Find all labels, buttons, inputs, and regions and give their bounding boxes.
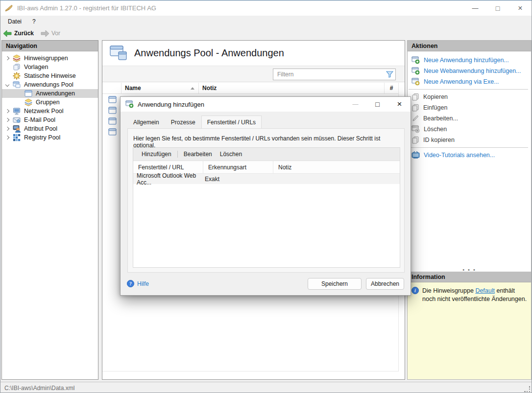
col-notiz[interactable]: Notiz [273, 161, 400, 173]
action-neue-anwendung[interactable]: Neue Anwendung hinzufügen... [408, 55, 531, 66]
help-link[interactable]: ? Hilfe [127, 280, 149, 287]
dialog-maximize-button[interactable]: □ [366, 97, 388, 112]
maximize-button[interactable]: □ [486, 0, 509, 16]
table-header-icon-col[interactable] [102, 83, 121, 93]
chevron-right-icon[interactable] [2, 127, 13, 130]
tab-allgemein[interactable]: Allgemein [127, 116, 165, 128]
video-tv-icon [411, 151, 420, 159]
dialog-close-button[interactable]: × [388, 97, 411, 112]
window-delete-icon [411, 125, 420, 133]
action-loeschen[interactable]: Löschen [408, 124, 531, 135]
actions-separator [409, 147, 528, 148]
app-windows-icon [13, 81, 21, 89]
app-window-icon [108, 117, 117, 125]
main-header: Anwendungs Pool - Anwendungen [102, 41, 405, 66]
menu-bar: Datei ? [0, 16, 532, 27]
app-logo-icon [5, 4, 14, 12]
list-edit-button[interactable]: Bearbeiten [180, 149, 216, 160]
app-window-icon [108, 96, 117, 103]
action-kopieren[interactable]: Kopieren [408, 92, 531, 102]
nav-item-vorlagen[interactable]: Vorlagen [2, 63, 98, 71]
nav-item-registry-pool[interactable]: Registry Pool [2, 133, 98, 142]
page-title: Anwendungs Pool - Anwendungen [134, 47, 284, 59]
action-bearbeiten[interactable]: Bearbeiten... [408, 113, 531, 124]
gear-gold-icon [13, 72, 21, 80]
action-neue-webanwendung[interactable]: Neue Webanwendung hinzufügen... [408, 66, 531, 76]
nav-item-anwendungs-pool[interactable]: Anwendungs Pool [2, 80, 98, 89]
filter-row [102, 66, 405, 82]
information-header: Information [408, 272, 531, 282]
grid-blue-icon [13, 134, 21, 141]
action-id-kopieren[interactable]: ID kopieren [408, 135, 531, 145]
monitor-icon [13, 107, 21, 115]
chevron-right-icon[interactable] [2, 57, 13, 60]
nav-item-hinweisgruppen[interactable]: Hinweisgruppen [2, 54, 98, 63]
nav-item-statische-hinweise[interactable]: Statische Hinweise [2, 71, 98, 80]
dialog-tabstrip: Allgemein Prozesse Fenstertitel / URLs [127, 116, 262, 128]
list-add-button[interactable]: Hinzufügen [138, 149, 175, 160]
tab-prozesse[interactable]: Prozesse [165, 116, 201, 128]
action-neue-anwendung-via-exe[interactable]: Neue Anwendung via Exe... [408, 76, 531, 87]
layers-gold-red-icon [13, 54, 21, 62]
window-title: IBI-aws Admin 1.27.0 - registriert für I… [17, 4, 156, 12]
documents-icon [13, 63, 21, 71]
info-circle-icon: i [411, 287, 419, 294]
resize-grip-icon[interactable] [524, 386, 531, 393]
save-button[interactable]: Speichern [308, 278, 362, 290]
person-monitor-icon [13, 125, 21, 133]
dialog-title-bar[interactable]: Anwendung hinzufügen — □ × [121, 97, 411, 112]
nav-item-netzwerk-pool[interactable]: Netzwerk Pool [2, 107, 98, 116]
dialog-minimize-button: — [344, 97, 366, 112]
chevron-right-icon[interactable] [2, 136, 13, 139]
nav-item-email-pool[interactable]: E-Mail Pool [2, 116, 98, 124]
window-add-green-icon [411, 67, 420, 75]
action-einfuegen[interactable]: Einfügen [408, 102, 531, 113]
tab-fenstertitel-urls[interactable]: Fenstertitel / URLs [201, 116, 262, 129]
dialog-footer: ? Hilfe Speichern Abbrechen [121, 272, 411, 295]
cancel-button[interactable]: Abbrechen [366, 278, 404, 290]
col-erkennungsart[interactable]: Erkennungsart [203, 161, 273, 173]
action-video-tutorials[interactable]: Video-Tutorials ansehen... [408, 150, 531, 161]
toolbar-separator [177, 151, 178, 158]
col-fenstertitel-url[interactable]: Fenstertitel / URL [133, 161, 203, 173]
table-header-notiz[interactable]: Notiz [199, 83, 385, 93]
dialog-description: Hier legen Sie fest, ob bestimmte Fenste… [128, 129, 404, 149]
table-header-count[interactable]: # [385, 83, 399, 93]
filter-input[interactable] [273, 71, 384, 78]
menu-datei[interactable]: Datei [3, 17, 26, 26]
nav-item-gruppen[interactable]: Gruppen [2, 98, 98, 107]
dialog-title: Anwendung hinzufügen [138, 101, 204, 108]
nav-item-anwendungen[interactable]: Anwendungen [2, 89, 98, 98]
chevron-right-icon[interactable] [2, 118, 13, 121]
envelope-icon [13, 116, 21, 124]
filter-funnel-icon[interactable] [384, 71, 395, 78]
minimize-button[interactable]: — [464, 0, 486, 16]
table-header-name[interactable]: Name [121, 83, 199, 93]
anwendung-hinzufuegen-dialog: Anwendung hinzufügen — □ × Allgemein Pro… [120, 96, 411, 296]
back-button[interactable]: Zurück [3, 30, 34, 37]
table-header-row: Name Notiz # [102, 83, 399, 94]
app-window-icon [24, 90, 33, 97]
dialog-list-row[interactable]: Microsoft Outlook Web Acc... Exakt [133, 174, 400, 184]
forward-button[interactable]: Vor [41, 30, 60, 37]
menu-help[interactable]: ? [28, 17, 40, 26]
window-add-green-icon [125, 100, 134, 108]
dialog-list-box: Hinzufügen Bearbeiten Löschen Fenstertit… [133, 147, 400, 268]
status-bar: C:\IBI-aws\Admin\Data.xml [0, 382, 532, 393]
app-window: IBI-aws Admin 1.27.0 - registriert für I… [0, 0, 532, 393]
title-bar: IBI-aws Admin 1.27.0 - registriert für I… [0, 0, 532, 16]
help-circle-icon: ? [127, 280, 134, 287]
close-button[interactable]: × [509, 0, 532, 16]
information-text: Die Hinweisgruppe Default enthält noch n… [422, 287, 527, 379]
chevron-right-icon[interactable] [2, 110, 13, 113]
list-delete-button[interactable]: Löschen [216, 149, 246, 160]
nav-item-attribut-pool[interactable]: Attribut Pool [2, 124, 98, 133]
chevron-down-icon[interactable] [2, 83, 13, 86]
window-add-green-icon [411, 56, 420, 64]
sort-ascending-icon [191, 87, 194, 90]
panel-splitter-grip[interactable]: • • • [408, 267, 531, 272]
app-window-icon [108, 107, 117, 114]
default-group-link[interactable]: Default [475, 287, 495, 294]
app-window-icon [108, 128, 117, 136]
information-body: i Die Hinweisgruppe Default enthält noch… [408, 282, 531, 379]
